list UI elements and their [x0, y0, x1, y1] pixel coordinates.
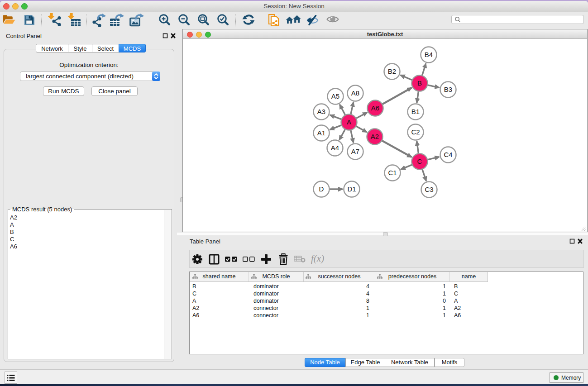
svg-text:A3: A3: [317, 108, 325, 115]
svg-text:A4: A4: [331, 144, 339, 152]
svg-text:B: B: [417, 79, 422, 87]
svg-text:C3: C3: [425, 186, 433, 193]
svg-text:C1: C1: [388, 169, 397, 176]
svg-text:A2: A2: [371, 133, 379, 140]
svg-text:D1: D1: [347, 185, 356, 193]
svg-text:A6: A6: [371, 104, 379, 112]
svg-text:A8: A8: [351, 89, 359, 97]
svg-text:A7: A7: [351, 148, 359, 155]
svg-text:B4: B4: [425, 51, 433, 58]
svg-text:C: C: [417, 157, 422, 165]
svg-text:A1: A1: [317, 129, 325, 137]
svg-text:B3: B3: [444, 86, 452, 93]
svg-text:A5: A5: [331, 92, 339, 100]
svg-text:C2: C2: [411, 128, 420, 136]
svg-text:B2: B2: [388, 67, 396, 75]
svg-text:B1: B1: [411, 108, 420, 115]
svg-text:A: A: [347, 118, 351, 126]
svg-text:C4: C4: [444, 151, 452, 158]
svg-text:D: D: [319, 185, 324, 193]
